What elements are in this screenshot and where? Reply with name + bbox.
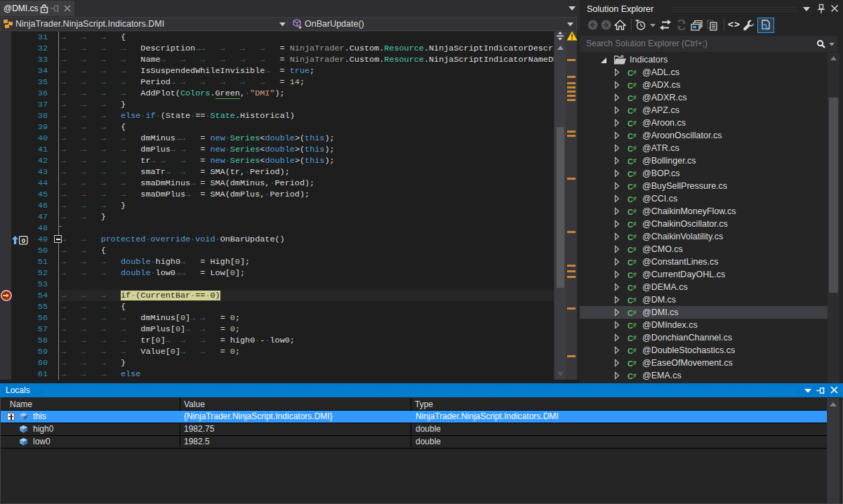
svg-text:C#: C# (628, 69, 637, 77)
svg-text:C#: C# (628, 284, 637, 292)
svg-text:C#: C# (628, 309, 637, 317)
svg-text:C#: C# (628, 183, 637, 191)
svg-text:C#: C# (628, 220, 637, 229)
svg-text:C#: C# (628, 271, 637, 279)
svg-text:C#: C# (628, 258, 637, 267)
svg-text:C#: C# (628, 170, 637, 178)
svg-text:C#: C# (628, 195, 637, 204)
svg-text:C#: C# (628, 132, 637, 140)
svg-text:C#: C# (628, 208, 637, 216)
svg-text:C#: C# (628, 107, 637, 115)
svg-text:C#: C# (628, 145, 637, 153)
svg-text:C#: C# (628, 296, 637, 305)
svg-text:C#: C# (628, 157, 637, 166)
svg-text:0: 0 (22, 237, 25, 244)
svg-text:C#: C# (628, 233, 637, 241)
svg-text:C#: C# (628, 372, 637, 380)
svg-text:C#: C# (628, 81, 637, 90)
svg-text:C#: C# (628, 334, 637, 343)
svg-text:C#: C# (628, 347, 637, 355)
svg-text:C#: C# (628, 119, 637, 128)
svg-text:C#: C# (628, 321, 637, 330)
svg-text:C#: C# (628, 94, 637, 102)
svg-text:C#: C# (628, 246, 637, 254)
svg-text:C#: C# (628, 359, 637, 368)
